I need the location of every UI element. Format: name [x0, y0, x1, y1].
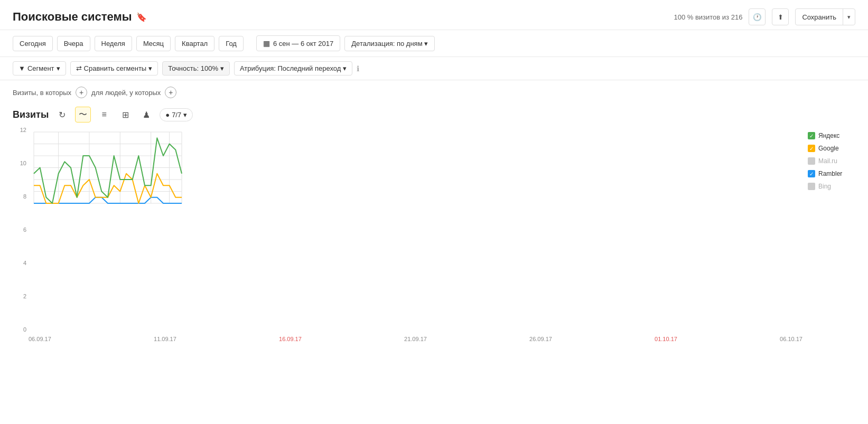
add-visit-condition-button[interactable]: +: [76, 87, 87, 98]
x-axis-label: 16.09.17: [279, 336, 302, 342]
date-range-button[interactable]: ▦ 6 сен — 6 окт 2017: [256, 35, 340, 51]
chart-wrapper: 024681012 06.09.1711.09.1716.09.1721.09.…: [13, 127, 802, 348]
date-toolbar: Сегодня Вчера Неделя Месяц Квартал Год ▦…: [0, 30, 868, 57]
detail-button[interactable]: Детализация: по дням ▾: [344, 36, 435, 51]
y-axis: 024681012: [13, 127, 29, 333]
y-axis-label: 2: [13, 293, 29, 299]
line-chart-icon: 〜: [79, 109, 87, 120]
legend-item[interactable]: ✓Rambler: [808, 170, 855, 177]
visits-in-label: Визиты, в которых: [13, 89, 71, 97]
bar-chart-icon: ⊞: [122, 110, 129, 120]
segments-icon: ●: [165, 111, 170, 119]
refresh-button[interactable]: ↻: [54, 107, 70, 123]
date-range-label: 6 сен — 6 окт 2017: [273, 40, 333, 48]
page-title: Поисковые системы: [13, 10, 132, 24]
attribution-button[interactable]: Атрибуция: Последний переход ▾: [234, 61, 352, 76]
table-icon: ♟: [143, 110, 150, 120]
y-axis-label: 4: [13, 260, 29, 266]
segment-button[interactable]: ▼ Сегмент ▾: [13, 61, 66, 76]
legend-label: Bing: [818, 183, 831, 190]
date-month[interactable]: Месяц: [136, 36, 171, 51]
segments-count: 7/7: [172, 111, 181, 119]
x-axis-label: 06.10.17: [780, 336, 802, 342]
info-icon[interactable]: ℹ: [357, 64, 359, 73]
segment-label: Сегмент: [27, 64, 54, 72]
legend-item[interactable]: Mail.ru: [808, 157, 855, 165]
y-axis-label: 0: [13, 326, 29, 333]
accuracy-button[interactable]: Точность: 100% ▾: [162, 61, 230, 76]
legend-label: Mail.ru: [818, 157, 837, 165]
filter-toolbar: ▼ Сегмент ▾ ⇄ Сравнить сегменты ▾ Точнос…: [0, 57, 868, 80]
legend-checkbox: ✓: [808, 145, 815, 152]
visits-label: Визиты: [13, 109, 49, 120]
date-quarter[interactable]: Квартал: [175, 36, 214, 51]
visits-section: Визиты ↻ 〜 ≡ ⊞ ♟ ● 7/7 ▾: [0, 102, 868, 123]
legend-checkbox: [808, 157, 815, 165]
date-today[interactable]: Сегодня: [13, 36, 53, 51]
y-axis-label: 10: [13, 160, 29, 166]
accuracy-label: Точность: 100%: [168, 64, 218, 72]
save-arrow-icon: ▾: [843, 9, 855, 25]
legend-label: Яндекс: [818, 132, 839, 139]
filter-icon: ▼: [18, 64, 25, 72]
legend-checkbox: ✓: [808, 170, 815, 177]
history-button[interactable]: 🕐: [749, 8, 766, 25]
compare-arrow-icon: ▾: [148, 64, 152, 72]
legend: ✓Яндекс✓GoogleMail.ru✓RamblerBing: [802, 127, 855, 348]
detail-label: Детализация: по дням: [351, 40, 422, 48]
table-button[interactable]: ♟: [138, 107, 154, 123]
y-axis-label: 6: [13, 227, 29, 233]
segments-badge[interactable]: ● 7/7 ▾: [160, 108, 193, 121]
filter-row: Визиты, в которых + для людей, у которых…: [0, 80, 868, 102]
date-week[interactable]: Неделя: [95, 36, 132, 51]
chart-container: 024681012 06.09.1711.09.1716.09.1721.09.…: [13, 127, 802, 348]
x-axis-label: 21.09.17: [404, 336, 427, 342]
detail-arrow-icon: ▾: [424, 40, 428, 48]
chart-area: 024681012 06.09.1711.09.1716.09.1721.09.…: [0, 127, 868, 348]
compare-icon: ⇄: [76, 64, 82, 72]
compare-button[interactable]: ⇄ Сравнить сегменты ▾: [70, 61, 158, 76]
area-chart-icon: ≡: [102, 110, 107, 119]
header-right: 100 % визитов из 216 🕐 ⬆ Сохранить ▾: [674, 8, 855, 25]
add-people-condition-button[interactable]: +: [165, 87, 176, 98]
date-year[interactable]: Год: [219, 36, 244, 51]
save-label: Сохранить: [796, 9, 843, 25]
bookmark-icon[interactable]: 🔖: [136, 12, 147, 22]
date-yesterday[interactable]: Вчера: [57, 36, 90, 51]
legend-item[interactable]: ✓Яндекс: [808, 132, 855, 139]
save-button[interactable]: Сохранить ▾: [795, 8, 855, 25]
x-axis-label: 01.10.17: [655, 336, 677, 342]
header: Поисковые системы 🔖 100 % визитов из 216…: [0, 0, 868, 30]
calendar-icon: ▦: [263, 39, 270, 48]
segment-arrow-icon: ▾: [57, 64, 60, 72]
attribution-label: Атрибуция: Последний переход: [240, 64, 341, 72]
segments-arrow-icon: ▾: [183, 111, 187, 119]
compare-label: Сравнить сегменты: [84, 64, 147, 72]
header-left: Поисковые системы 🔖: [13, 10, 147, 24]
visits-count: 100 % визитов из 216: [674, 13, 742, 21]
bar-chart-button[interactable]: ⊞: [117, 107, 133, 123]
x-axis-label: 06.09.17: [29, 336, 51, 342]
legend-label: Google: [818, 145, 839, 152]
history-icon: 🕐: [753, 13, 762, 21]
x-axis: 06.09.1711.09.1716.09.1721.09.1726.09.17…: [29, 334, 802, 348]
legend-item[interactable]: Bing: [808, 183, 855, 190]
y-axis-label: 12: [13, 127, 29, 133]
area-chart-button[interactable]: ≡: [96, 107, 112, 123]
export-button[interactable]: ⬆: [772, 8, 789, 25]
visits-header: Визиты ↻ 〜 ≡ ⊞ ♟ ● 7/7 ▾: [13, 107, 855, 123]
legend-label: Rambler: [818, 170, 842, 177]
legend-checkbox: ✓: [808, 132, 815, 139]
chart-svg: [29, 127, 187, 206]
legend-checkbox: [808, 183, 815, 190]
x-axis-label: 26.09.17: [529, 336, 552, 342]
accuracy-arrow-icon: ▾: [220, 64, 224, 72]
line-chart-button[interactable]: 〜: [75, 107, 91, 123]
y-axis-label: 8: [13, 193, 29, 200]
legend-item[interactable]: ✓Google: [808, 145, 855, 152]
export-icon: ⬆: [778, 13, 783, 21]
attribution-arrow-icon: ▾: [343, 64, 347, 72]
for-people-label: для людей, у которых: [91, 89, 161, 97]
x-axis-label: 11.09.17: [154, 336, 176, 342]
